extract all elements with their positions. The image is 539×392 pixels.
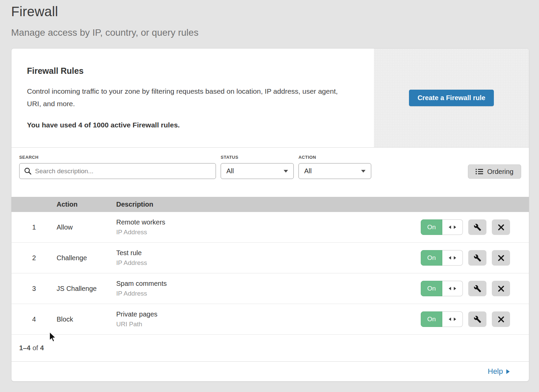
pagination-total: 4 (40, 344, 44, 352)
rule-description-cell: Private pages URI Path (116, 310, 421, 328)
search-field-group: SEARCH (19, 155, 216, 179)
intro-section: Firewall Rules Control incoming traffic … (11, 49, 529, 148)
chevron-down-icon (284, 170, 288, 173)
firewall-rules-card: Firewall Rules Control incoming traffic … (11, 48, 529, 382)
rule-match-type: URI Path (116, 321, 421, 328)
table-header: Action Description (11, 197, 529, 212)
rule-action: Allow (57, 223, 116, 231)
intro-text-block: Firewall Rules Control incoming traffic … (11, 49, 374, 147)
rule-controls: On (421, 219, 529, 235)
close-icon (498, 255, 504, 261)
rule-priority: 2 (11, 254, 57, 262)
toggle-arrows-icon (442, 250, 463, 266)
usage-summary: You have used 4 of 1000 active Firewall … (27, 121, 358, 129)
rule-action: JS Challenge (57, 285, 116, 293)
toggle-arrows-icon (442, 281, 463, 296)
status-selected-value: All (226, 167, 234, 175)
rule-controls: On (421, 281, 529, 296)
column-header-action: Action (57, 201, 116, 208)
delete-rule-button[interactable] (492, 219, 510, 235)
rule-priority: 3 (11, 285, 57, 293)
help-link-label: Help (488, 367, 503, 376)
search-input[interactable] (35, 168, 211, 175)
rule-action: Block (57, 315, 116, 323)
toggle-arrows-icon (442, 219, 463, 235)
ordering-button-label: Ordering (487, 168, 513, 176)
page-title: Firewall (11, 4, 528, 19)
close-icon (498, 285, 504, 292)
page-subtitle: Manage access by IP, country, or query r… (11, 27, 528, 38)
table-row: 2 Challenge Test rule IP Address On (11, 243, 529, 273)
rule-description: Private pages (116, 310, 421, 318)
delete-rule-button[interactable] (492, 281, 510, 296)
rule-description-cell: Spam comments IP Address (116, 280, 421, 297)
pagination-bar: 1–4 of 4 (11, 335, 529, 362)
column-header-description: Description (116, 201, 529, 208)
arrow-right-icon (506, 369, 510, 374)
rule-enabled-toggle[interactable]: On (421, 250, 463, 266)
toggle-arrows-icon (442, 311, 463, 327)
rule-description: Test rule (116, 249, 421, 257)
status-label: STATUS (221, 155, 294, 160)
delete-rule-button[interactable] (492, 250, 510, 266)
rule-controls: On (421, 250, 529, 266)
search-box (19, 163, 216, 179)
status-field-group: STATUS All (221, 155, 294, 179)
rule-enabled-toggle[interactable]: On (421, 219, 463, 235)
action-select[interactable]: All (298, 163, 371, 179)
edit-rule-button[interactable] (468, 311, 486, 327)
rule-match-type: IP Address (116, 259, 421, 267)
toggle-on-label: On (421, 311, 442, 327)
rule-description-cell: Remote workers IP Address (116, 218, 421, 236)
section-description: Control incoming traffic to your zone by… (27, 85, 349, 110)
wrench-icon (474, 254, 481, 262)
help-bar: Help (11, 362, 529, 381)
ordering-button[interactable]: Ordering (468, 164, 521, 179)
filter-bar: SEARCH STATUS All ACTION All (11, 148, 529, 197)
toggle-on-label: On (421, 281, 442, 296)
rule-match-type: IP Address (116, 229, 421, 236)
close-icon (498, 316, 504, 323)
edit-rule-button[interactable] (468, 281, 486, 296)
table-row: 3 JS Challenge Spam comments IP Address … (11, 273, 529, 304)
rule-match-type: IP Address (116, 290, 421, 297)
action-selected-value: All (304, 167, 312, 175)
edit-rule-button[interactable] (468, 219, 486, 235)
rule-priority: 1 (11, 223, 57, 231)
rule-priority: 4 (11, 315, 57, 323)
toggle-on-label: On (421, 219, 442, 235)
create-firewall-rule-button[interactable]: Create a Firewall rule (409, 90, 494, 106)
close-icon (498, 224, 504, 231)
rule-description: Remote workers (116, 218, 421, 226)
wrench-icon (474, 285, 481, 293)
pagination-range: 1–4 (19, 344, 30, 352)
rule-enabled-toggle[interactable]: On (421, 281, 463, 296)
rule-description-cell: Test rule IP Address (116, 249, 421, 267)
create-rule-panel: Create a Firewall rule (374, 49, 529, 147)
rule-description: Spam comments (116, 280, 421, 288)
edit-rule-button[interactable] (468, 250, 486, 266)
search-label: SEARCH (19, 155, 216, 160)
toggle-on-label: On (421, 250, 442, 266)
section-heading: Firewall Rules (27, 66, 358, 76)
action-label: ACTION (298, 155, 371, 160)
list-icon (476, 169, 483, 175)
table-row: 4 Block Private pages URI Path On (11, 304, 529, 335)
table-row: 1 Allow Remote workers IP Address On (11, 212, 529, 243)
wrench-icon (474, 223, 481, 231)
action-field-group: ACTION All (298, 155, 371, 179)
status-select[interactable]: All (221, 163, 294, 179)
rule-enabled-toggle[interactable]: On (421, 311, 463, 327)
delete-rule-button[interactable] (492, 311, 510, 327)
search-icon (24, 167, 32, 175)
rule-controls: On (421, 311, 529, 327)
page-header: Firewall Manage access by IP, country, o… (0, 0, 539, 38)
pagination-of: of (32, 344, 38, 352)
rule-action: Challenge (57, 254, 116, 262)
wrench-icon (474, 315, 481, 323)
help-link[interactable]: Help (488, 367, 510, 376)
chevron-down-icon (361, 170, 366, 173)
